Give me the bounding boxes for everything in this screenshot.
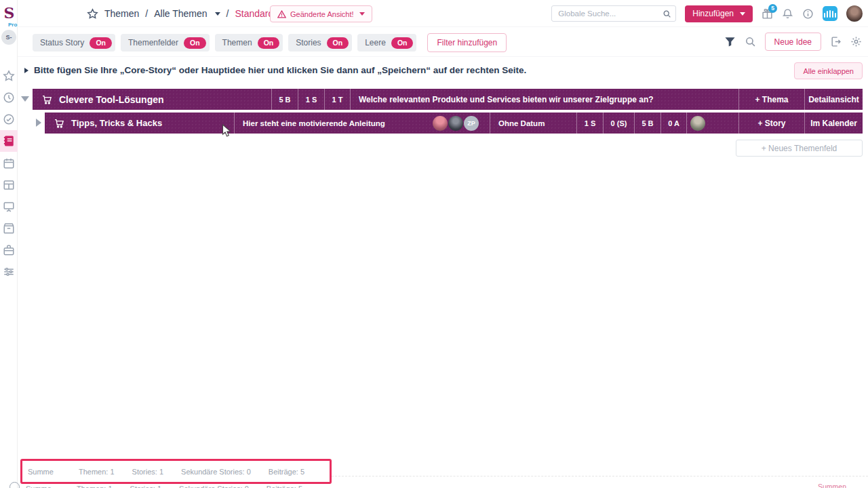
avatar[interactable] <box>690 116 705 131</box>
filter-toggle-on[interactable]: On <box>184 37 206 49</box>
brand-logo[interactable]: S <box>2 4 16 22</box>
favorite-star-icon[interactable] <box>87 8 98 20</box>
filter-pill-label: Themenfelder <box>128 38 178 47</box>
summary-secondary-stories: Sekundäre Stories: 0 <box>179 485 249 488</box>
filter-toggle-on[interactable]: On <box>327 37 349 49</box>
avatar[interactable] <box>448 116 463 131</box>
owner-avatar-cell <box>687 113 738 134</box>
calendar-icon[interactable] <box>3 157 15 169</box>
thema-title[interactable]: Tipps, Tricks & Hacks <box>71 118 162 128</box>
filter-pill-label: Themen <box>222 38 252 47</box>
detail-view-button[interactable]: Detailansicht <box>804 89 863 110</box>
journal-icon[interactable] <box>3 135 15 147</box>
archive-box-icon[interactable] <box>3 222 15 235</box>
filter-pill-themenfelder[interactable]: Themenfelder On <box>121 34 210 52</box>
stat-beitraege[interactable]: 5 B <box>634 113 660 134</box>
summary-beitraege: Beiträge: 5 <box>267 485 302 488</box>
check-circle-icon[interactable] <box>3 113 15 125</box>
hide-sums-link[interactable]: Summen ausblenden <box>818 483 868 488</box>
filter-pill-label: Leere <box>365 38 386 47</box>
cart-icon <box>54 118 64 129</box>
top-header: Themen / Alle Themen / Standard-Ansicht … <box>18 0 868 27</box>
filter-toggle-on[interactable]: On <box>258 37 280 49</box>
add-story-button[interactable]: + Story <box>738 113 804 134</box>
sliders-icon[interactable] <box>3 266 15 278</box>
member-avatars: ZP <box>432 113 490 134</box>
banner-text: Bitte fügen Sie Ihre „Core-Story“ oder H… <box>34 65 526 75</box>
table-icon[interactable] <box>3 179 15 191</box>
themenfeld-row[interactable]: Clevere Tool-Lösungen 5 B 1 S 1 T Welche… <box>33 89 863 110</box>
stat-secondary-stories[interactable]: 0 (S) <box>603 113 634 134</box>
avatar-initials[interactable]: ZP <box>464 116 479 131</box>
avatar[interactable] <box>433 116 448 131</box>
filter-pill-stories[interactable]: Stories On <box>288 34 352 52</box>
stat-stories[interactable]: 1 S <box>576 113 603 134</box>
filter-pill-label: Stories <box>296 38 321 47</box>
whats-new-gift-icon[interactable]: 5 <box>762 8 773 20</box>
pro-badge: Pro <box>8 22 17 28</box>
collapse-caret-icon[interactable] <box>24 68 28 73</box>
summary-label: Summe <box>26 485 59 488</box>
summary-secondary-stories: Sekundäre Stories: 0 <box>181 468 251 476</box>
footer-divider <box>332 476 868 476</box>
row-collapsed-chevron-icon[interactable] <box>36 119 41 127</box>
export-icon[interactable] <box>830 36 842 47</box>
info-icon[interactable] <box>802 8 814 20</box>
breadcrumb-separator: / <box>145 8 148 19</box>
themenfeld-title[interactable]: Clevere Tool-Lösungen <box>59 94 164 105</box>
bottom-clock-icon[interactable] <box>9 482 20 488</box>
workspace-avatar[interactable]: S- <box>1 30 16 45</box>
filter-pill-leere[interactable]: Leere On <box>357 34 416 52</box>
filter-pill-themen[interactable]: Themen On <box>215 34 283 52</box>
mouse-cursor <box>222 124 231 138</box>
filter-pill-status-story[interactable]: Status Story On <box>33 34 115 52</box>
add-filter-button[interactable]: Filter hinzufügen <box>427 33 507 52</box>
filter-pill-label: Status Story <box>40 38 84 47</box>
presentation-icon[interactable] <box>3 201 15 213</box>
collapse-all-button[interactable]: Alle einklappen <box>794 62 863 79</box>
filter-toggle-on[interactable]: On <box>391 37 414 49</box>
thema-subtitle[interactable]: Hier steht eine motivierende Anleitung <box>234 113 432 134</box>
add-thema-button[interactable]: + Thema <box>738 89 804 110</box>
chevron-down-icon[interactable] <box>215 12 220 16</box>
intercom-chat-icon[interactable] <box>823 6 837 21</box>
chevron-down-icon <box>359 12 365 16</box>
summary-stories: Stories: 1 <box>130 485 161 488</box>
summary-row-clipped: Summe Themen: 1 Stories: 1 Sekundäre Sto… <box>26 485 320 488</box>
themenfeld-question[interactable]: Welche relevanten Produkte und Services … <box>351 89 738 110</box>
add-button-label: Hinzufügen <box>692 9 734 18</box>
changed-view-button[interactable]: Geänderte Ansicht! <box>270 5 372 22</box>
stat-stories[interactable]: 1 S <box>298 89 324 110</box>
breadcrumb-view-select[interactable]: Alle Themen <box>154 8 207 19</box>
in-calendar-button[interactable]: Im Kalender <box>804 113 863 134</box>
thema-row[interactable]: Tipps, Tricks & Hacks Hier steht eine mo… <box>45 113 863 134</box>
changed-view-label: Geänderte Ansicht! <box>290 10 354 18</box>
add-button[interactable]: Hinzufügen <box>685 5 753 22</box>
stat-themen[interactable]: 1 T <box>324 89 351 110</box>
star-icon[interactable] <box>3 70 15 82</box>
summary-stories: Stories: 1 <box>132 468 163 476</box>
gear-icon[interactable] <box>850 36 862 47</box>
stat-aufgaben[interactable]: 0 A <box>660 113 687 134</box>
stat-beitraege[interactable]: 5 B <box>271 89 298 110</box>
user-avatar[interactable] <box>846 5 863 22</box>
cart-icon <box>41 94 52 105</box>
breadcrumb-section[interactable]: Themen <box>104 8 139 19</box>
filter-toggle-on[interactable]: On <box>90 37 112 49</box>
global-search-input[interactable] <box>551 5 676 22</box>
date-label[interactable]: Ohne Datum <box>490 113 576 134</box>
search-icon[interactable] <box>745 36 756 47</box>
warning-icon <box>277 10 286 18</box>
left-sidebar: S Pro S- <box>0 0 18 488</box>
new-idea-button[interactable]: Neue Idee <box>765 33 821 51</box>
chevron-down-icon <box>740 12 745 16</box>
bell-icon[interactable] <box>782 8 793 20</box>
clock-icon[interactable] <box>3 92 15 104</box>
new-themenfeld-button[interactable]: + Neues Themenfeld <box>736 140 863 157</box>
filter-toolbar: Status Story On Themenfelder On Themen O… <box>18 27 868 57</box>
row-expand-chevron-icon[interactable] <box>21 96 29 102</box>
funnel-filter-icon[interactable] <box>724 36 736 47</box>
summary-beitraege: Beiträge: 5 <box>269 468 304 476</box>
core-story-banner: Bitte fügen Sie Ihre „Core-Story“ oder H… <box>18 57 868 85</box>
briefcase-icon[interactable] <box>3 244 15 256</box>
